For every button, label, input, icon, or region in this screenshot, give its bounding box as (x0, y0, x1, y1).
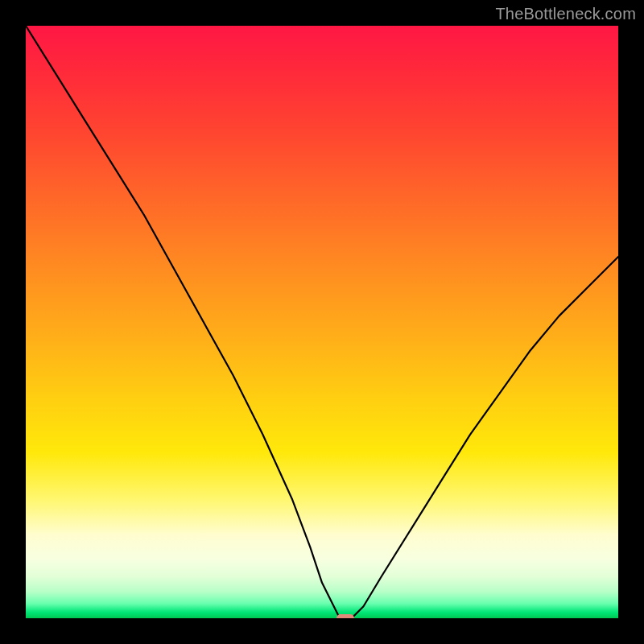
argmin-marker (336, 614, 354, 618)
watermark-text: TheBottleneck.com (495, 5, 636, 23)
plot-area (26, 26, 618, 618)
bottleneck-curve (26, 26, 618, 618)
chart-stage: TheBottleneck.com (0, 0, 644, 644)
curve-layer (26, 26, 618, 618)
